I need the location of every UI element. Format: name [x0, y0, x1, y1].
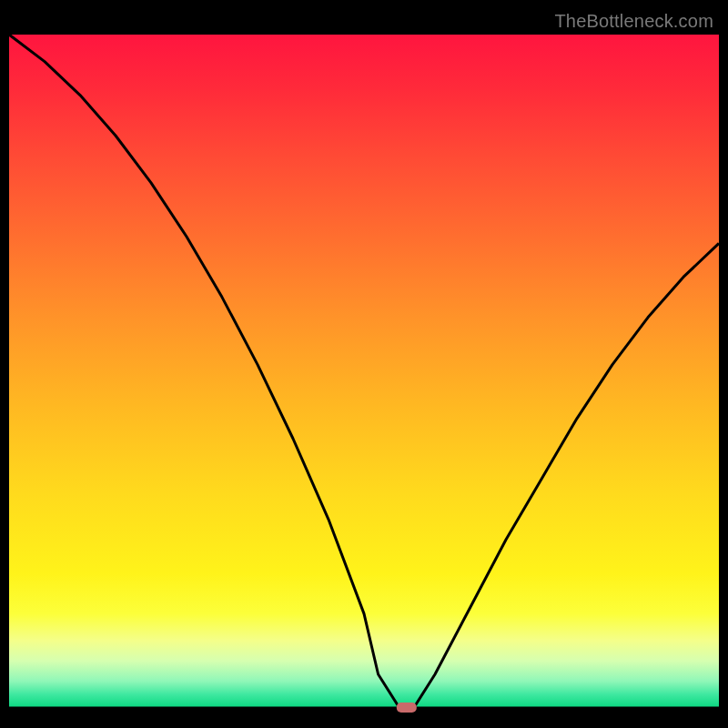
bottleneck-curve-chart — [9, 9, 719, 719]
chart-frame: TheBottleneck.com — [9, 9, 719, 719]
minimum-marker — [397, 703, 417, 713]
attribution-label: TheBottleneck.com — [554, 11, 713, 32]
